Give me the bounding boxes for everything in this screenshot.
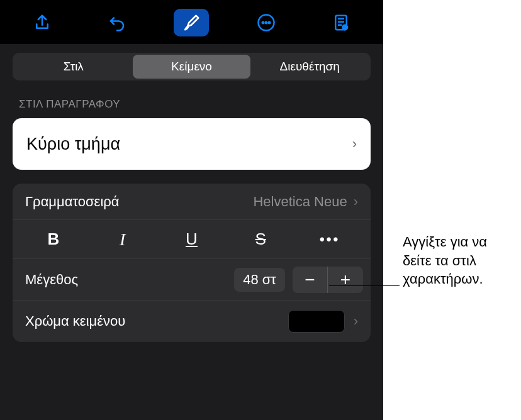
document-view-icon — [332, 13, 350, 32]
paragraph-style-row[interactable]: Κύριο τμήμα › — [13, 118, 371, 170]
paragraph-style-value: Κύριο τμήμα — [26, 135, 120, 154]
callout-leader-line — [329, 285, 400, 286]
panel-body: Στιλ Κείμενο Διευθέτηση ΣΤΙΛ ΠΑΡΑΓΡΑΦΟΥ … — [0, 44, 383, 342]
strikethrough-button[interactable]: S — [226, 226, 295, 253]
format-inspector-panel: Στιλ Κείμενο Διευθέτηση ΣΤΙΛ ΠΑΡΑΓΡΑΦΟΥ … — [0, 0, 383, 420]
tab-segmented-control: Στιλ Κείμενο Διευθέτηση — [13, 53, 371, 80]
font-row[interactable]: Γραμματοσειρά Helvetica Neue › — [13, 184, 371, 220]
format-button[interactable] — [174, 9, 209, 36]
top-toolbar — [0, 0, 383, 44]
tab-text[interactable]: Κείμενο — [133, 55, 251, 79]
bold-button[interactable]: B — [19, 226, 88, 253]
size-stepper: − + — [293, 267, 363, 293]
text-format-card: Γραμματοσειρά Helvetica Neue › B I U S •… — [13, 184, 371, 342]
size-increment-button[interactable]: + — [328, 267, 363, 293]
font-label: Γραμματοσειρά — [25, 194, 120, 210]
svg-point-6 — [344, 26, 346, 29]
svg-point-1 — [262, 22, 264, 24]
italic-button[interactable]: I — [88, 226, 157, 253]
font-value: Helvetica Neue — [253, 194, 347, 210]
text-color-swatch[interactable] — [288, 310, 345, 333]
document-view-button[interactable] — [323, 9, 359, 36]
undo-button[interactable] — [99, 9, 135, 36]
callout-text: Αγγίξτε για να δείτε τα στιλ χαρακτήρων. — [403, 233, 516, 289]
tab-arrange[interactable]: Διευθέτηση — [250, 55, 369, 79]
chevron-right-icon: › — [352, 136, 357, 152]
tab-style[interactable]: Στιλ — [14, 55, 133, 79]
undo-icon — [108, 13, 126, 32]
size-row: Μέγεθος 48 στ − + — [13, 259, 371, 301]
brush-icon — [182, 13, 201, 32]
svg-point-3 — [269, 22, 271, 24]
size-decrement-button[interactable]: − — [293, 267, 328, 293]
more-styles-button[interactable]: ••• — [295, 226, 364, 253]
size-label: Μέγεθος — [25, 272, 78, 288]
text-color-label: Χρώμα κειμένου — [25, 313, 125, 329]
font-style-row: B I U S ••• — [13, 220, 371, 259]
svg-point-2 — [266, 22, 267, 24]
more-circle-icon — [257, 13, 276, 32]
underline-button[interactable]: U — [157, 226, 227, 253]
chevron-right-icon: › — [354, 194, 358, 210]
size-field[interactable]: 48 στ — [234, 268, 285, 292]
paragraph-style-section-label: ΣΤΙΛ ΠΑΡΑΓΡΑΦΟΥ — [19, 98, 364, 111]
share-button[interactable] — [25, 9, 60, 36]
more-button[interactable] — [249, 9, 284, 36]
text-color-row[interactable]: Χρώμα κειμένου › — [13, 301, 371, 342]
chevron-right-icon: › — [354, 313, 358, 329]
share-icon — [33, 13, 52, 32]
